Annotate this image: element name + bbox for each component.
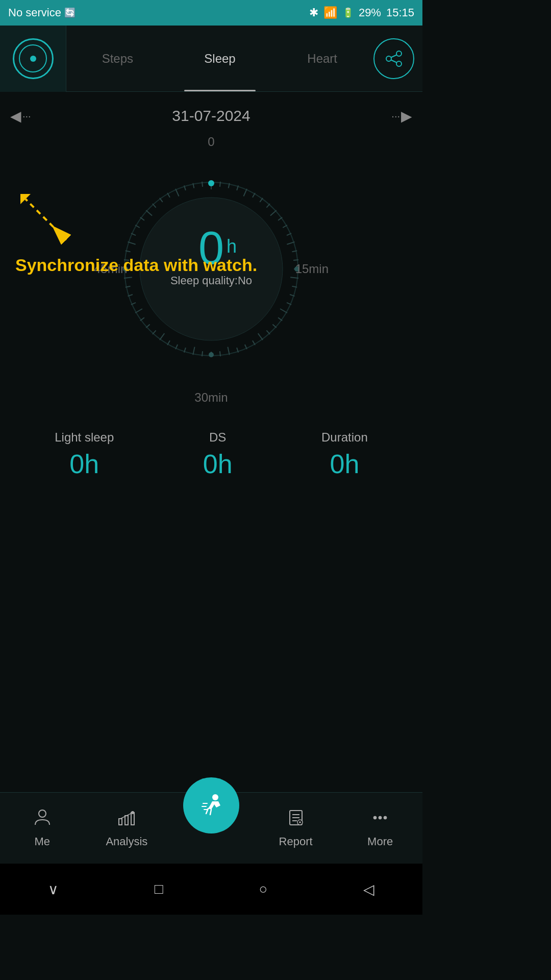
svg-line-4 [391, 60, 397, 62]
signal-icon: 🔄 [64, 7, 76, 18]
analysis-label: Analysis [106, 835, 147, 848]
nav-more[interactable]: More [338, 808, 422, 848]
share-button[interactable] [373, 38, 414, 79]
svg-line-69 [202, 182, 203, 187]
light-sleep-value: 0h [69, 449, 99, 479]
more-icon [371, 808, 389, 831]
svg-line-3 [391, 55, 397, 57]
svg-point-78 [39, 810, 46, 817]
report-icon [287, 808, 305, 831]
svg-line-17 [266, 204, 270, 207]
stats-row: Light sleep 0h DS 0h Duration 0h [0, 415, 422, 495]
chart-icon [117, 808, 136, 831]
tab-heart[interactable]: Heart [271, 26, 373, 91]
system-nav: ∨ □ ○ ◁ [0, 864, 422, 915]
nav-square-button[interactable]: □ [155, 881, 163, 897]
svg-point-83 [212, 794, 218, 800]
svg-text:Sleep quality:No: Sleep quality:No [170, 274, 252, 287]
svg-rect-81 [131, 813, 134, 825]
svg-line-30 [280, 309, 287, 313]
gauge-right-label: 15min [295, 262, 329, 276]
status-bar: No service 🔄 ✱ 📶 🔋 29% 15:15 [0, 0, 422, 26]
current-date: 31-07-2024 [41, 107, 382, 125]
gauge-top-label: 0 [208, 135, 214, 149]
tab-bar: Steps Sleep Heart [66, 26, 373, 91]
me-label: Me [35, 835, 51, 848]
svg-point-0 [396, 51, 402, 56]
battery-percent: 29% [359, 6, 381, 19]
battery-icon: 🔋 [342, 7, 354, 18]
light-sleep-label: Light sleep [55, 430, 114, 445]
report-label: Report [279, 835, 313, 848]
nav-report[interactable]: Report [254, 808, 338, 848]
svg-line-11 [220, 182, 220, 187]
gauge-bottom-label: 30min [194, 390, 228, 405]
svg-line-46 [160, 333, 164, 340]
ds-stat: DS 0h [203, 430, 233, 479]
nav-home-button[interactable]: ○ [259, 881, 267, 897]
svg-rect-79 [119, 819, 122, 825]
duration-value: 0h [330, 449, 359, 479]
header: Steps Sleep Heart [0, 26, 422, 92]
main-content: ◀ ··· 31-07-2024 ··· ▶ Synchronize data … [0, 92, 422, 495]
prev-date-button[interactable]: ◀ ··· [10, 108, 31, 125]
date-navigation: ◀ ··· 31-07-2024 ··· ▶ [0, 92, 422, 130]
bluetooth-icon: ✱ [309, 6, 318, 19]
svg-point-1 [386, 56, 391, 61]
app-logo[interactable] [0, 26, 66, 92]
home-center-button[interactable] [183, 777, 239, 834]
svg-line-41 [202, 351, 203, 356]
svg-line-34 [258, 333, 263, 340]
sync-tooltip: Synchronize data with watch. [15, 189, 257, 275]
tab-steps[interactable]: Steps [66, 26, 169, 91]
nav-back-button[interactable]: ◁ [363, 881, 374, 898]
svg-line-32 [272, 324, 276, 328]
wifi-icon: 📶 [323, 6, 337, 19]
duration-stat: Duration 0h [321, 430, 368, 479]
svg-line-48 [146, 324, 149, 328]
no-service-text: No service [8, 6, 61, 19]
svg-point-74 [208, 180, 214, 186]
svg-point-2 [396, 61, 402, 66]
time-display: 15:15 [386, 6, 414, 19]
sync-arrow-icon [15, 189, 77, 250]
more-label: More [367, 835, 393, 848]
svg-line-24 [293, 260, 298, 260]
tab-sleep[interactable]: Sleep [169, 26, 271, 91]
duration-label: Duration [321, 430, 368, 445]
svg-line-6 [26, 199, 66, 240]
svg-line-39 [220, 351, 220, 356]
svg-rect-80 [125, 816, 128, 825]
svg-marker-7 [20, 194, 31, 204]
person-icon [33, 808, 52, 831]
next-date-button[interactable]: ··· ▶ [391, 108, 412, 125]
nav-down-button[interactable]: ∨ [48, 881, 59, 898]
svg-line-18 [270, 210, 277, 216]
ds-value: 0h [203, 449, 233, 479]
svg-line-47 [153, 330, 156, 334]
svg-line-33 [266, 330, 270, 334]
bottom-nav: Me Analysis [0, 792, 422, 864]
nav-analysis[interactable]: Analysis [85, 808, 169, 848]
sync-message: Synchronize data with watch. [15, 255, 257, 275]
svg-line-50 [135, 309, 142, 313]
svg-point-73 [209, 352, 214, 357]
light-sleep-stat: Light sleep 0h [55, 430, 114, 479]
nav-me[interactable]: Me [0, 808, 85, 848]
ds-label: DS [209, 430, 226, 445]
